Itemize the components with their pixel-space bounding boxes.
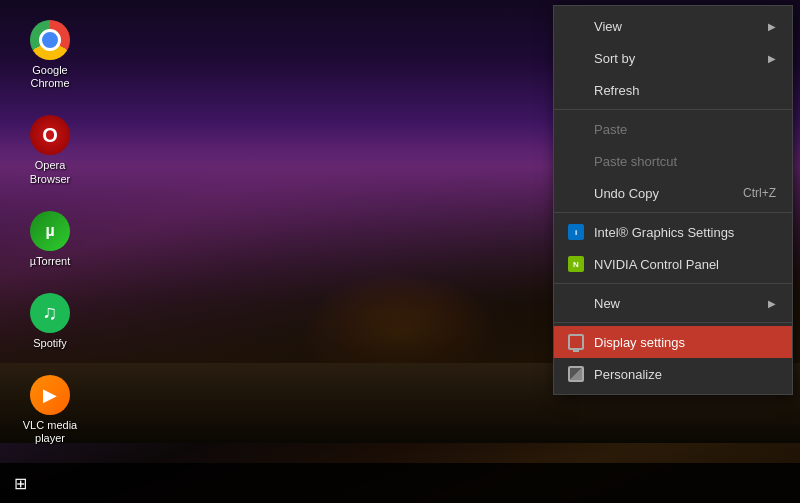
separator-4 [554, 322, 792, 323]
paste-shortcut-label: Paste shortcut [594, 154, 776, 169]
intel-icon: i [566, 222, 586, 242]
intel-icon-svg: i [568, 224, 584, 240]
sort-icon [566, 48, 586, 68]
paste-shortcut-icon [566, 151, 586, 171]
menu-item-undo-copy[interactable]: Undo Copy Ctrl+Z [554, 177, 792, 209]
intel-label: Intel® Graphics Settings [594, 225, 776, 240]
nvidia-label: NVIDIA Control Panel [594, 257, 776, 272]
menu-item-paste: Paste [554, 113, 792, 145]
new-arrow: ▶ [768, 298, 776, 309]
utorrent-label: µTorrent [30, 255, 71, 268]
personalize-icon [566, 364, 586, 384]
separator-1 [554, 109, 792, 110]
menu-item-personalize[interactable]: Personalize [554, 358, 792, 390]
menu-item-refresh[interactable]: Refresh [554, 74, 792, 106]
menu-item-paste-shortcut: Paste shortcut [554, 145, 792, 177]
opera-label: Opera Browser [20, 159, 80, 185]
view-label: View [594, 19, 768, 34]
display-settings-icon [566, 332, 586, 352]
chrome-label: Google Chrome [20, 64, 80, 90]
utorrent-icon-img: µ [30, 211, 70, 251]
menu-item-new[interactable]: New ▶ [554, 287, 792, 319]
vlc-label: VLC media player [20, 419, 80, 445]
menu-item-view[interactable]: View ▶ [554, 10, 792, 42]
separator-3 [554, 283, 792, 284]
view-arrow: ▶ [768, 21, 776, 32]
spotify-icon-desktop[interactable]: ♫ Spotify [15, 288, 85, 355]
paste-label: Paste [594, 122, 776, 137]
personalize-icon-svg [568, 366, 584, 382]
menu-item-intel[interactable]: i Intel® Graphics Settings [554, 216, 792, 248]
sort-label: Sort by [594, 51, 768, 66]
start-button[interactable]: ⊞ [0, 463, 40, 503]
nvidia-icon: N [566, 254, 586, 274]
personalize-label: Personalize [594, 367, 776, 382]
new-icon [566, 293, 586, 313]
separator-2 [554, 212, 792, 213]
menu-item-sort-by[interactable]: Sort by ▶ [554, 42, 792, 74]
undo-icon [566, 183, 586, 203]
spotify-label: Spotify [33, 337, 67, 350]
chrome-icon-desktop[interactable]: Google Chrome [15, 15, 85, 95]
new-label: New [594, 296, 768, 311]
display-icon-svg [568, 334, 584, 350]
undo-shortcut: Ctrl+Z [743, 186, 776, 200]
taskbar: ⊞ [0, 463, 800, 503]
nvidia-icon-svg: N [568, 256, 584, 272]
sort-arrow: ▶ [768, 53, 776, 64]
vlc-icon-desktop[interactable]: ▶ VLC media player [15, 370, 85, 450]
opera-icon-img: O [30, 115, 70, 155]
refresh-label: Refresh [594, 83, 776, 98]
desktop-icons-container: Google Chrome O Opera Browser µ µTorrent… [0, 0, 85, 461]
refresh-icon [566, 80, 586, 100]
chrome-icon-img [30, 20, 70, 60]
opera-icon-desktop[interactable]: O Opera Browser [15, 110, 85, 190]
paste-icon [566, 119, 586, 139]
menu-item-display-settings[interactable]: Display settings [554, 326, 792, 358]
spotify-icon-img: ♫ [30, 293, 70, 333]
utorrent-icon-desktop[interactable]: µ µTorrent [15, 206, 85, 273]
undo-label: Undo Copy [594, 186, 723, 201]
vlc-icon-img: ▶ [30, 375, 70, 415]
display-settings-label: Display settings [594, 335, 776, 350]
menu-item-nvidia[interactable]: N NVIDIA Control Panel [554, 248, 792, 280]
context-menu: View ▶ Sort by ▶ Refresh Paste Paste sho… [553, 5, 793, 395]
view-icon [566, 16, 586, 36]
